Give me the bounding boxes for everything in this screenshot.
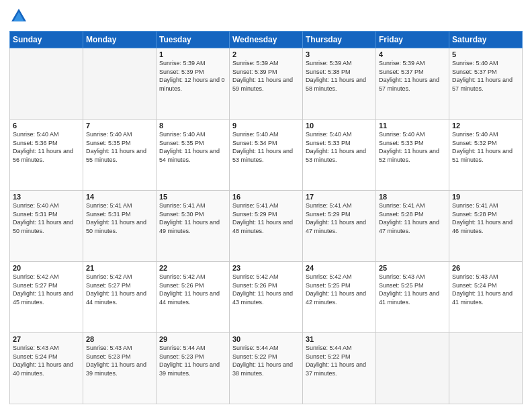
- weekday-header-wednesday: Wednesday: [230, 32, 303, 48]
- day-info: Sunrise: 5:39 AM Sunset: 5:38 PM Dayligh…: [306, 59, 373, 93]
- week-row-3: 13Sunrise: 5:40 AM Sunset: 5:31 PM Dayli…: [10, 191, 523, 262]
- day-info: Sunrise: 5:40 AM Sunset: 5:33 PM Dayligh…: [379, 130, 446, 164]
- calendar-cell: 6Sunrise: 5:40 AM Sunset: 5:36 PM Daylig…: [10, 120, 83, 191]
- calendar-cell: 11Sunrise: 5:40 AM Sunset: 5:33 PM Dayli…: [376, 120, 449, 191]
- day-info: Sunrise: 5:43 AM Sunset: 5:23 PM Dayligh…: [86, 344, 153, 377]
- day-info: Sunrise: 5:44 AM Sunset: 5:23 PM Dayligh…: [159, 344, 226, 377]
- day-number: 22: [159, 264, 226, 272]
- day-number: 20: [13, 264, 80, 272]
- day-number: 13: [13, 193, 80, 201]
- day-number: 16: [232, 193, 300, 201]
- day-number: 27: [13, 335, 80, 343]
- logo: [9, 7, 31, 26]
- day-number: 1: [159, 50, 226, 58]
- weekday-header-monday: Monday: [83, 32, 157, 48]
- calendar-cell: [83, 48, 157, 120]
- day-info: Sunrise: 5:42 AM Sunset: 5:27 PM Dayligh…: [13, 273, 80, 306]
- day-info: Sunrise: 5:40 AM Sunset: 5:35 PM Dayligh…: [159, 130, 226, 164]
- calendar-cell: 2Sunrise: 5:39 AM Sunset: 5:39 PM Daylig…: [230, 48, 303, 120]
- day-info: Sunrise: 5:41 AM Sunset: 5:29 PM Dayligh…: [232, 201, 300, 235]
- day-info: Sunrise: 5:39 AM Sunset: 5:39 PM Dayligh…: [159, 59, 226, 93]
- day-number: 14: [86, 193, 153, 201]
- weekday-header-tuesday: Tuesday: [157, 32, 230, 48]
- calendar-cell: 10Sunrise: 5:40 AM Sunset: 5:33 PM Dayli…: [303, 120, 376, 191]
- calendar-cell: 21Sunrise: 5:42 AM Sunset: 5:27 PM Dayli…: [83, 262, 157, 333]
- day-number: 19: [452, 193, 519, 201]
- day-number: 11: [379, 122, 446, 130]
- day-number: 21: [86, 264, 153, 272]
- day-number: 18: [379, 193, 446, 201]
- week-row-4: 20Sunrise: 5:42 AM Sunset: 5:27 PM Dayli…: [10, 262, 523, 333]
- calendar-cell: 8Sunrise: 5:40 AM Sunset: 5:35 PM Daylig…: [157, 120, 230, 191]
- day-info: Sunrise: 5:42 AM Sunset: 5:26 PM Dayligh…: [159, 273, 226, 306]
- calendar-cell: 20Sunrise: 5:42 AM Sunset: 5:27 PM Dayli…: [10, 262, 83, 333]
- calendar-cell: [10, 48, 83, 120]
- day-number: 26: [452, 264, 519, 272]
- calendar-cell: [376, 333, 449, 404]
- day-info: Sunrise: 5:41 AM Sunset: 5:28 PM Dayligh…: [379, 201, 446, 235]
- day-number: 7: [86, 122, 153, 130]
- day-number: 23: [232, 264, 300, 272]
- day-info: Sunrise: 5:41 AM Sunset: 5:29 PM Dayligh…: [306, 201, 373, 235]
- calendar-cell: 15Sunrise: 5:41 AM Sunset: 5:30 PM Dayli…: [157, 191, 230, 262]
- day-number: 29: [159, 335, 226, 343]
- day-number: 5: [452, 50, 519, 58]
- day-info: Sunrise: 5:40 AM Sunset: 5:34 PM Dayligh…: [232, 130, 300, 164]
- calendar-cell: 18Sunrise: 5:41 AM Sunset: 5:28 PM Dayli…: [376, 191, 449, 262]
- calendar-cell: 17Sunrise: 5:41 AM Sunset: 5:29 PM Dayli…: [303, 191, 376, 262]
- day-number: 30: [232, 335, 300, 343]
- weekday-header-saturday: Saturday: [449, 32, 523, 48]
- day-number: 12: [452, 122, 519, 130]
- day-number: 24: [306, 264, 373, 272]
- calendar-cell: 31Sunrise: 5:44 AM Sunset: 5:22 PM Dayli…: [303, 333, 376, 404]
- calendar-cell: 29Sunrise: 5:44 AM Sunset: 5:23 PM Dayli…: [157, 333, 230, 404]
- day-number: 31: [306, 335, 373, 343]
- calendar-cell: 14Sunrise: 5:41 AM Sunset: 5:31 PM Dayli…: [83, 191, 157, 262]
- calendar-table: SundayMondayTuesdayWednesdayThursdayFrid…: [9, 31, 523, 404]
- calendar-cell: 3Sunrise: 5:39 AM Sunset: 5:38 PM Daylig…: [303, 48, 376, 120]
- calendar-cell: 5Sunrise: 5:40 AM Sunset: 5:37 PM Daylig…: [449, 48, 523, 120]
- day-info: Sunrise: 5:40 AM Sunset: 5:31 PM Dayligh…: [13, 201, 80, 235]
- calendar-cell: 27Sunrise: 5:43 AM Sunset: 5:24 PM Dayli…: [10, 333, 83, 404]
- day-number: 4: [379, 50, 446, 58]
- calendar-cell: 25Sunrise: 5:43 AM Sunset: 5:25 PM Dayli…: [376, 262, 449, 333]
- calendar-cell: 16Sunrise: 5:41 AM Sunset: 5:29 PM Dayli…: [230, 191, 303, 262]
- day-number: 17: [306, 193, 373, 201]
- day-info: Sunrise: 5:42 AM Sunset: 5:26 PM Dayligh…: [232, 273, 300, 306]
- day-number: 25: [379, 264, 446, 272]
- calendar-cell: 30Sunrise: 5:44 AM Sunset: 5:22 PM Dayli…: [230, 333, 303, 404]
- day-number: 10: [306, 122, 373, 130]
- week-row-1: 1Sunrise: 5:39 AM Sunset: 5:39 PM Daylig…: [10, 48, 523, 120]
- day-info: Sunrise: 5:42 AM Sunset: 5:25 PM Dayligh…: [306, 273, 373, 306]
- day-info: Sunrise: 5:41 AM Sunset: 5:28 PM Dayligh…: [452, 201, 519, 235]
- day-info: Sunrise: 5:39 AM Sunset: 5:37 PM Dayligh…: [379, 59, 446, 93]
- weekday-header-sunday: Sunday: [10, 32, 83, 48]
- day-info: Sunrise: 5:40 AM Sunset: 5:33 PM Dayligh…: [306, 130, 373, 164]
- calendar-cell: 13Sunrise: 5:40 AM Sunset: 5:31 PM Dayli…: [10, 191, 83, 262]
- day-number: 15: [159, 193, 226, 201]
- day-number: 8: [159, 122, 226, 130]
- day-info: Sunrise: 5:44 AM Sunset: 5:22 PM Dayligh…: [306, 344, 373, 377]
- day-info: Sunrise: 5:43 AM Sunset: 5:24 PM Dayligh…: [452, 273, 519, 306]
- week-row-5: 27Sunrise: 5:43 AM Sunset: 5:24 PM Dayli…: [10, 333, 523, 404]
- day-info: Sunrise: 5:42 AM Sunset: 5:27 PM Dayligh…: [86, 273, 153, 306]
- calendar-cell: 4Sunrise: 5:39 AM Sunset: 5:37 PM Daylig…: [376, 48, 449, 120]
- calendar-cell: 12Sunrise: 5:40 AM Sunset: 5:32 PM Dayli…: [449, 120, 523, 191]
- calendar-cell: 26Sunrise: 5:43 AM Sunset: 5:24 PM Dayli…: [449, 262, 523, 333]
- day-info: Sunrise: 5:43 AM Sunset: 5:24 PM Dayligh…: [13, 344, 80, 377]
- day-info: Sunrise: 5:43 AM Sunset: 5:25 PM Dayligh…: [379, 273, 446, 306]
- weekday-header-thursday: Thursday: [303, 32, 376, 48]
- calendar-cell: 9Sunrise: 5:40 AM Sunset: 5:34 PM Daylig…: [230, 120, 303, 191]
- day-info: Sunrise: 5:41 AM Sunset: 5:31 PM Dayligh…: [86, 201, 153, 235]
- calendar-cell: [449, 333, 523, 404]
- day-info: Sunrise: 5:44 AM Sunset: 5:22 PM Dayligh…: [232, 344, 300, 377]
- day-number: 28: [86, 335, 153, 343]
- logo-icon: [9, 7, 28, 26]
- calendar-cell: 19Sunrise: 5:41 AM Sunset: 5:28 PM Dayli…: [449, 191, 523, 262]
- day-number: 9: [232, 122, 300, 130]
- day-number: 3: [306, 50, 373, 58]
- calendar-cell: 23Sunrise: 5:42 AM Sunset: 5:26 PM Dayli…: [230, 262, 303, 333]
- calendar-cell: 24Sunrise: 5:42 AM Sunset: 5:25 PM Dayli…: [303, 262, 376, 333]
- page-header: [9, 7, 523, 26]
- day-info: Sunrise: 5:39 AM Sunset: 5:39 PM Dayligh…: [232, 59, 300, 93]
